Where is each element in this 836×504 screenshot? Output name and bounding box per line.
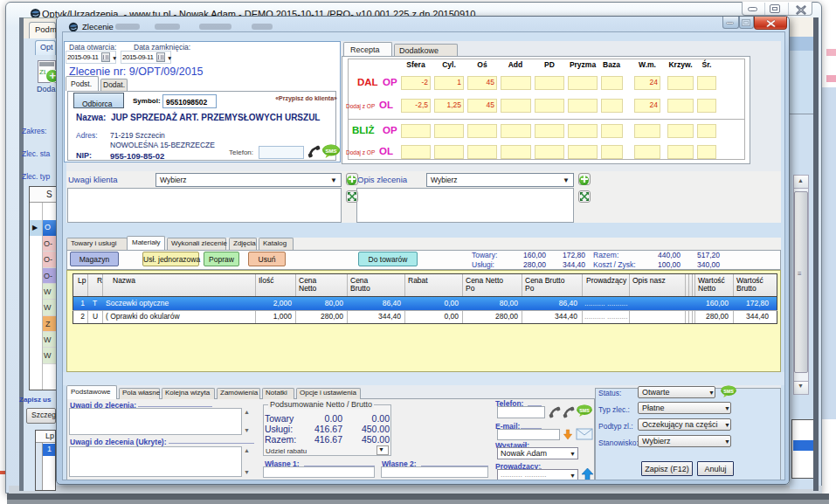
svg-text:SMS: SMS: [723, 389, 734, 394]
svg-text:SMS: SMS: [325, 148, 336, 154]
svg-text:SMS: SMS: [579, 408, 590, 413]
